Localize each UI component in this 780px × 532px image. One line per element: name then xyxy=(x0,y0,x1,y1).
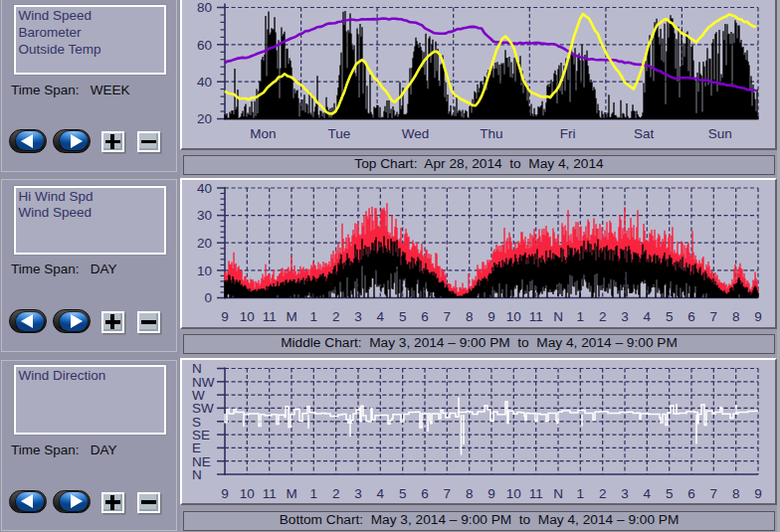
svg-text:M: M xyxy=(286,486,296,501)
svg-text:9: 9 xyxy=(754,309,762,324)
svg-text:4: 4 xyxy=(644,486,652,501)
svg-text:7: 7 xyxy=(710,486,718,501)
svg-text:Sat: Sat xyxy=(634,126,655,141)
svg-text:N: N xyxy=(192,467,202,482)
svg-text:4: 4 xyxy=(377,309,385,324)
svg-text:1: 1 xyxy=(310,486,318,501)
svg-text:6: 6 xyxy=(687,309,695,324)
svg-text:1: 1 xyxy=(310,309,318,324)
svg-text:5: 5 xyxy=(666,486,674,501)
svg-text:80: 80 xyxy=(197,0,212,15)
svg-text:Tue: Tue xyxy=(328,126,351,141)
svg-text:9: 9 xyxy=(488,486,495,501)
svg-text:8: 8 xyxy=(466,486,474,501)
svg-text:N: N xyxy=(553,309,563,324)
svg-text:11: 11 xyxy=(263,309,277,324)
svg-text:5: 5 xyxy=(399,309,407,324)
svg-text:Mon: Mon xyxy=(250,126,276,141)
svg-text:9: 9 xyxy=(754,486,762,501)
svg-text:60: 60 xyxy=(197,38,212,53)
svg-text:30: 30 xyxy=(197,208,212,223)
svg-text:6: 6 xyxy=(421,486,429,501)
svg-text:10: 10 xyxy=(506,309,521,324)
svg-text:N: N xyxy=(553,486,563,501)
svg-text:7: 7 xyxy=(444,486,452,501)
svg-text:9: 9 xyxy=(488,309,495,324)
svg-text:3: 3 xyxy=(621,486,629,501)
svg-text:10: 10 xyxy=(240,309,255,324)
svg-text:10: 10 xyxy=(506,486,521,501)
svg-text:1: 1 xyxy=(577,309,585,324)
svg-text:5: 5 xyxy=(399,486,407,501)
svg-text:6: 6 xyxy=(687,486,695,501)
svg-text:10: 10 xyxy=(197,264,212,278)
svg-text:40: 40 xyxy=(197,181,212,196)
svg-text:9: 9 xyxy=(221,309,229,324)
svg-text:11: 11 xyxy=(529,486,543,501)
svg-text:20: 20 xyxy=(197,236,212,251)
svg-text:2: 2 xyxy=(599,309,607,324)
svg-text:2: 2 xyxy=(332,486,340,501)
svg-text:3: 3 xyxy=(354,309,362,324)
svg-text:Sun: Sun xyxy=(708,126,732,141)
svg-text:Wed: Wed xyxy=(402,126,430,141)
svg-text:6: 6 xyxy=(421,309,429,324)
svg-text:9: 9 xyxy=(221,486,229,501)
svg-text:M: M xyxy=(286,309,296,324)
svg-text:Fri: Fri xyxy=(560,126,576,141)
svg-text:0: 0 xyxy=(204,290,212,305)
svg-text:40: 40 xyxy=(197,75,212,89)
svg-text:7: 7 xyxy=(710,309,718,324)
svg-text:1: 1 xyxy=(577,486,585,501)
svg-text:5: 5 xyxy=(666,309,674,324)
svg-text:8: 8 xyxy=(732,486,740,501)
svg-text:4: 4 xyxy=(377,486,385,501)
svg-text:2: 2 xyxy=(599,486,607,501)
svg-text:8: 8 xyxy=(466,309,474,324)
svg-text:Thu: Thu xyxy=(480,126,502,141)
svg-text:8: 8 xyxy=(732,309,740,324)
svg-text:3: 3 xyxy=(621,309,629,324)
svg-text:2: 2 xyxy=(332,309,340,324)
svg-text:7: 7 xyxy=(444,309,452,324)
svg-text:10: 10 xyxy=(240,486,255,501)
svg-text:3: 3 xyxy=(354,486,362,501)
svg-text:11: 11 xyxy=(263,486,277,501)
svg-text:20: 20 xyxy=(197,111,212,126)
svg-text:4: 4 xyxy=(644,309,652,324)
svg-text:11: 11 xyxy=(529,309,543,324)
